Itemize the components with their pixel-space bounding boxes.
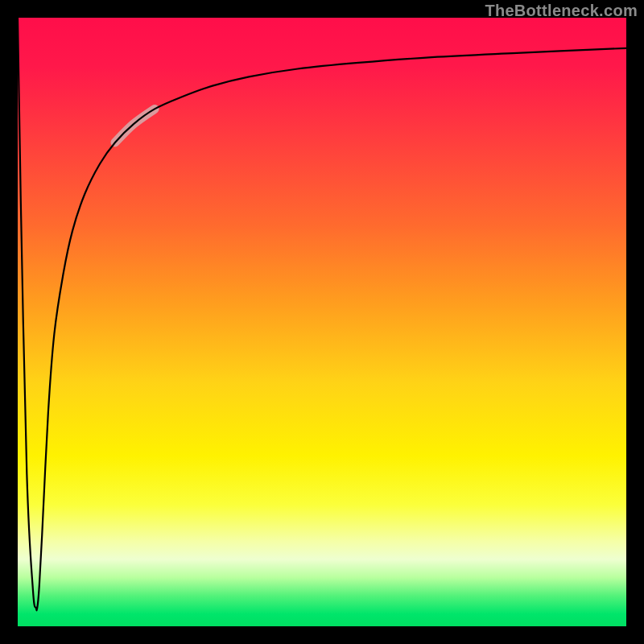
curve-highlight	[115, 109, 155, 142]
plot-area	[18, 18, 626, 626]
curve-svg	[18, 18, 626, 626]
bottleneck-curve	[18, 18, 626, 610]
attribution-label: TheBottleneck.com	[485, 2, 638, 20]
chart-frame: TheBottleneck.com	[0, 0, 644, 644]
